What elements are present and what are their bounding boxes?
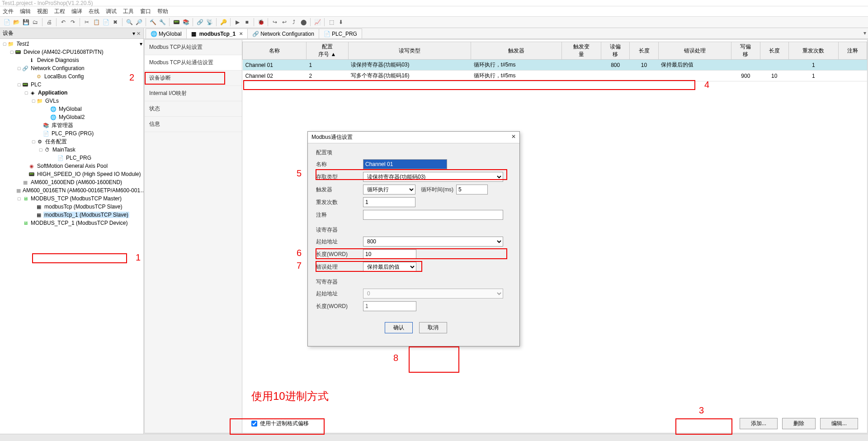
tree-modbustcp-1[interactable]: ▦modbusTcp_1 (ModbusTCP Slave) [1, 211, 142, 219]
select-read-start[interactable]: 800 [363, 237, 503, 247]
subnav-slave-settings[interactable]: Modbus TCP从站设置 [145, 40, 242, 55]
menu-project[interactable]: 工程 [54, 8, 65, 15]
col-note[interactable]: 注释 [838, 42, 867, 60]
subnav-status[interactable]: 状态 [145, 101, 242, 117]
tb-lib-icon[interactable]: 📚 [182, 18, 190, 26]
tb-undo-icon[interactable]: ↶ [59, 18, 67, 26]
tb-start-icon[interactable]: ▶ [233, 18, 241, 26]
tree-device[interactable]: ▢📟Device (AM402-CPU1608TP/TN) [1, 48, 142, 56]
tree-libmgr[interactable]: 📚库管理器 [1, 121, 142, 129]
tb-debug-icon[interactable]: 🐞 [257, 18, 265, 26]
tree-plcprg[interactable]: 📄PLC_PRG (PRG) [1, 129, 142, 138]
tb-cut-icon[interactable]: ✂ [83, 18, 91, 26]
tb-saveall-icon[interactable]: 🗂 [31, 18, 39, 26]
tb-stop-icon[interactable]: ■ [243, 18, 251, 26]
input-cycle[interactable] [456, 185, 488, 194]
col-retry[interactable]: 重发次数 [788, 42, 838, 60]
menu-debug[interactable]: 调试 [106, 8, 117, 15]
tree-netcfg[interactable]: ▢🔗Network Configuration [1, 64, 142, 72]
select-access-type[interactable]: 读保持寄存器(功能码03) [363, 172, 503, 182]
menu-tools[interactable]: 工具 [123, 8, 134, 15]
tb-app-icon[interactable]: ⬚ [327, 18, 335, 26]
tree-plc[interactable]: ▢📟PLC [1, 81, 142, 89]
ok-button[interactable]: 确认 [385, 322, 413, 333]
tree-gvls[interactable]: ▢📁GVLs [1, 97, 142, 105]
tab-modbustcp1[interactable]: ▦modbusTcp_1✕ [186, 28, 248, 38]
dialog-close-icon[interactable]: ✕ [511, 133, 516, 141]
tb-download-icon[interactable]: ⬇ [337, 18, 345, 26]
select-err[interactable]: 保持最后的值 [363, 262, 416, 272]
channel-grid[interactable]: 名称 配置 序号 ▲ 读写类型 触发器 触发变 量 读偏 移 长度 错误处理 写… [242, 42, 867, 81]
tree-localbus[interactable]: ⚙LocalBus Config [1, 72, 142, 81]
tree-app[interactable]: ▢◈Application [1, 89, 142, 97]
panel-close-icon[interactable]: ✕ [137, 31, 141, 36]
tb-open-icon[interactable]: 📂 [12, 18, 20, 26]
edit-button[interactable]: 编辑... [820, 418, 858, 429]
menu-help[interactable]: 帮助 [157, 8, 168, 15]
tb-trace-icon[interactable]: 📈 [313, 18, 321, 26]
tb-bp-icon[interactable]: ⬤ [299, 18, 307, 26]
tree-dropdown-icon[interactable]: ▾ [140, 41, 142, 47]
tb-delete-icon[interactable]: ✖ [111, 18, 119, 26]
col-len[interactable]: 长度 [630, 42, 658, 60]
table-row[interactable]: Channel 01 1 读保持寄存器(功能码03) 循环执行，t#5ms 80… [243, 60, 867, 71]
tb-build-icon[interactable]: 🔨 [149, 18, 157, 26]
tb-new-icon[interactable]: 📄 [3, 18, 11, 26]
col-woff[interactable]: 写偏 移 [731, 42, 760, 60]
col-roff[interactable]: 读偏 移 [601, 42, 629, 60]
tb-copy-icon[interactable]: 📋 [92, 18, 100, 26]
tb-step-icon[interactable]: ↪ [271, 18, 279, 26]
col-trigger[interactable]: 触发器 [471, 42, 562, 60]
cancel-button[interactable]: 取消 [419, 322, 447, 333]
tab-plcprg[interactable]: 📄PLC_PRG [319, 28, 362, 38]
tree-myglobal[interactable]: 🌐MyGlobal [1, 105, 142, 113]
tb-save-icon[interactable]: 💾 [22, 18, 30, 26]
tab-myglobal[interactable]: 🌐MyGlobal [146, 28, 187, 38]
tb-device-icon[interactable]: 📟 [172, 18, 180, 26]
subnav-diag[interactable]: 设备诊断 [145, 71, 242, 86]
input-note[interactable] [363, 210, 503, 220]
tree-am600-2[interactable]: ▦AM600_0016ETN (AM600-0016ETP/AM600-001… [1, 186, 142, 194]
dialog-titlebar[interactable]: Modbus通信设置 ✕ [308, 132, 519, 143]
tree-highspeed[interactable]: 📟HIGH_SPEED_IO (High Speed IO Module) [1, 170, 142, 178]
tb-find-icon[interactable]: 🔍 [125, 18, 133, 26]
tb-scan-icon[interactable]: 📡 [205, 18, 213, 26]
menu-file[interactable]: 文件 [3, 8, 14, 15]
tb-stepover-icon[interactable]: ↩ [280, 18, 288, 26]
tree-modbustcp-slave[interactable]: ▦modbusTcp (ModbusTCP Slave) [1, 203, 142, 211]
tab-close-icon[interactable]: ✕ [239, 31, 243, 36]
subnav-comm-settings[interactable]: Modbus TCP从站通信设置 [145, 55, 242, 71]
col-trigvar[interactable]: 触发变 量 [562, 42, 601, 60]
tree-maintask[interactable]: ▢⏱MainTask [1, 146, 142, 154]
tabs-dropdown-icon[interactable]: ▾ [863, 30, 866, 36]
col-cfgno[interactable]: 配置 序号 ▲ [307, 42, 349, 60]
col-len2[interactable]: 长度 [760, 42, 788, 60]
tree-modbus-dev[interactable]: 🖥MODBUS_TCP_1 (ModbusTCP Device) [1, 219, 142, 227]
panel-pin-icon[interactable]: ▾ [132, 30, 135, 37]
tree-myglobal2[interactable]: 🌐MyGlobal2 [1, 113, 142, 121]
tb-replace-icon[interactable]: 🔎 [135, 18, 143, 26]
tb-login-icon[interactable]: 🔑 [219, 18, 227, 26]
decimal-offset-checkbox[interactable]: 使用十进制格式偏移 [251, 420, 309, 427]
tb-network-icon[interactable]: 🔗 [196, 18, 204, 26]
tree-am600-1[interactable]: ▦AM600_1600END (AM600-1600END) [1, 178, 142, 186]
tree-softmotion[interactable]: ◉SoftMotion General Axis Pool [1, 162, 142, 170]
tb-print-icon[interactable]: 🖨 [45, 18, 53, 26]
subnav-io-map[interactable]: Internal I/O映射 [145, 86, 242, 101]
select-trigger[interactable]: 循环执行 [363, 185, 415, 194]
col-name[interactable]: 名称 [243, 42, 307, 60]
input-name[interactable] [363, 159, 447, 169]
tb-rebuild-icon[interactable]: 🔧 [158, 18, 166, 26]
tb-stepout-icon[interactable]: ⤴ [290, 18, 298, 26]
tree-taskcfg[interactable]: ▢⚙任务配置 [1, 138, 142, 146]
device-tree[interactable]: ▢📁Test1▾ ▢📟Device (AM402-CPU1608TP/TN) ℹ… [0, 39, 143, 434]
tree-root[interactable]: ▢📁Test1▾ [1, 40, 142, 48]
menu-edit[interactable]: 编辑 [20, 8, 31, 15]
menu-window[interactable]: 窗口 [140, 8, 151, 15]
table-row[interactable]: Channel 02 2 写多个寄存器(功能码16) 循环执行，t#5ms 90… [243, 71, 867, 81]
tab-netconfig[interactable]: 🔗Network Configuration [247, 28, 319, 38]
tb-redo-icon[interactable]: ↷ [69, 18, 77, 26]
add-button[interactable]: 添加... [740, 418, 778, 429]
decimal-offset-input[interactable] [251, 421, 257, 427]
menu-view[interactable]: 视图 [37, 8, 48, 15]
